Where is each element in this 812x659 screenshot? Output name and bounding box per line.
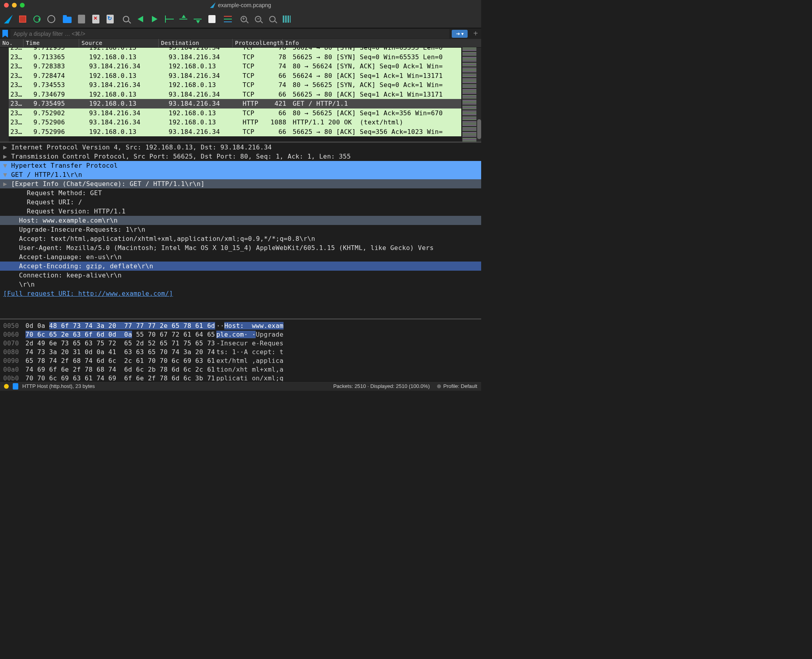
detail-line[interactable]: \r\n [0,280,481,289]
profile-indicator-icon [437,384,441,388]
hex-row[interactable]: 00b070 70 6c 69 63 61 74 69 6f 6e 2f 78 … [3,374,478,381]
hex-row[interactable]: 008074 73 3a 20 31 0d 0a 41 63 63 65 70 … [3,347,478,356]
detail-line[interactable]: ▶ Transmission Control Protocol, Src Por… [0,152,481,161]
detail-line[interactable]: User-Agent: Mozilla/5.0 (Macintosh; Inte… [0,243,481,252]
detail-line[interactable]: Request Method: GET [0,188,481,198]
status-bar: HTTP Host (http.host), 23 bytes Packets:… [0,381,481,391]
detail-line[interactable]: ▼ GET / HTTP/1.1\r\n [0,170,481,179]
hex-row[interactable]: 00702d 49 6e 73 65 63 75 72 65 2d 52 65 … [3,339,478,347]
go-forward-button[interactable] [150,15,159,23]
status-packets: Packets: 2510 · Displayed: 2510 (100.0%) [333,383,430,389]
packet-list: 23…9.712955192.168.0.1393.184.216.34TCP7… [0,48,481,141]
detail-line[interactable]: Host: www.example.com\r\n [0,216,481,225]
zoom-out-button[interactable] [254,15,262,23]
packet-row[interactable]: 23…9.752996192.168.0.1393.184.216.34TCP6… [9,127,461,137]
hex-row[interactable]: 006070 6c 65 2e 63 6f 6d 0d 0a 55 70 67 … [3,330,478,339]
open-file-button[interactable] [63,15,72,23]
detail-line[interactable]: Connection: keep-alive\r\n [0,271,481,280]
go-to-packet-button[interactable] [165,15,173,23]
packet-row[interactable]: 23…9.72838393.184.216.34192.168.0.13TCP7… [9,62,461,71]
detail-line[interactable]: Request URI: / [0,198,481,207]
bookmark-icon[interactable] [2,30,8,38]
col-info[interactable]: Info [282,39,481,47]
packet-row[interactable]: 23…9.75290693.184.216.34192.168.0.13HTTP… [9,118,461,127]
title-text: example-com.pcapng [218,2,271,8]
packet-list-gutter [0,48,9,141]
col-time[interactable]: Time [23,39,79,47]
packet-row[interactable]: 23…9.713365192.168.0.1393.184.216.34TCP7… [9,52,461,62]
hex-row[interactable]: 00500d 0a 48 6f 73 74 3a 20 77 77 77 2e … [3,321,478,330]
detail-line[interactable]: Upgrade-Insecure-Requests: 1\r\n [0,225,481,234]
col-length[interactable]: Length [260,39,282,47]
detail-line[interactable]: ▶ [Expert Info (Chat/Sequence): GET / HT… [0,179,481,188]
packet-row[interactable]: 23…9.73455393.184.216.34192.168.0.13TCP7… [9,80,461,90]
go-last-packet-button[interactable] [193,15,202,23]
detail-line[interactable]: Accept-Encoding: gzip, deflate\r\n [0,262,481,271]
save-file-button[interactable] [77,15,86,23]
detail-line[interactable]: ▶ Internet Protocol Version 4, Src: 192.… [0,143,481,152]
packet-details-pane[interactable]: ▶ Internet Protocol Version 4, Src: 192.… [0,141,481,318]
detail-line[interactable]: [Full request URI: http://www.example.co… [0,289,481,298]
packet-minimap[interactable] [461,48,481,141]
col-destination[interactable]: Destination [158,39,232,47]
packet-row[interactable]: 23…9.735495192.168.0.1393.184.216.34HTTP… [9,99,461,109]
hex-row[interactable]: 00a074 69 6f 6e 2f 78 68 74 6d 6c 2b 78 … [3,365,478,374]
restart-capture-button[interactable] [33,15,41,23]
titlebar: example-com.pcapng [0,0,481,10]
packet-bytes-pane[interactable]: 00500d 0a 48 6f 73 74 3a 20 77 77 77 2e … [0,318,481,381]
col-protocol[interactable]: Protocol [232,39,260,47]
status-field: HTTP Host (http.host), 23 bytes [22,383,95,389]
main-toolbar [0,10,481,28]
capture-options-button[interactable] [47,15,56,23]
detail-line[interactable]: Accept: text/html,application/xhtml+xml,… [0,234,481,243]
find-packet-button[interactable] [122,15,130,23]
stop-capture-button[interactable] [18,15,27,23]
minimap-scrollbar[interactable] [477,119,481,139]
display-filter-input[interactable] [10,29,449,39]
packet-row[interactable]: 23…9.712955192.168.0.1393.184.216.34TCP7… [9,48,461,52]
zoom-reset-button[interactable] [268,15,277,23]
detail-line[interactable]: Accept-Language: en-us\r\n [0,252,481,262]
col-no[interactable]: No. [0,39,23,47]
capture-file-icon[interactable] [13,383,18,390]
app-icon [4,15,13,23]
packet-row[interactable]: 23…9.734679192.168.0.1393.184.216.34TCP6… [9,90,461,99]
packet-row[interactable]: 23…9.75290293.184.216.34192.168.0.13TCP6… [9,109,461,118]
hex-row[interactable]: 009065 78 74 2f 68 74 6d 6c 2c 61 70 70 … [3,356,478,365]
colorize-button[interactable] [223,15,232,23]
zoom-in-button[interactable] [239,15,248,23]
apply-filter-button[interactable]: ➔ ▾ [452,30,468,38]
resize-columns-button[interactable] [282,15,291,23]
expert-info-icon[interactable] [4,384,9,389]
status-profile[interactable]: Profile: Default [443,383,477,389]
packet-list-rows[interactable]: 23…9.712955192.168.0.1393.184.216.34TCP7… [9,48,461,141]
packet-list-header[interactable]: No. Time Source Destination Protocol Len… [0,39,481,48]
display-filter-bar: ➔ ▾ + [0,28,481,39]
go-back-button[interactable] [136,15,145,23]
wireshark-icon [210,2,216,8]
reload-file-button[interactable] [106,15,115,23]
col-source[interactable]: Source [79,39,158,47]
auto-scroll-button[interactable] [208,15,216,23]
window-title: example-com.pcapng [0,2,481,8]
close-file-button[interactable] [91,15,100,23]
detail-line[interactable]: Request Version: HTTP/1.1 [0,207,481,216]
packet-row[interactable]: 23…9.728474192.168.0.1393.184.216.34TCP6… [9,71,461,81]
go-first-packet-button[interactable] [179,15,188,23]
add-filter-button[interactable]: + [473,29,478,38]
detail-line[interactable]: ▼ Hypertext Transfer Protocol [0,161,481,170]
